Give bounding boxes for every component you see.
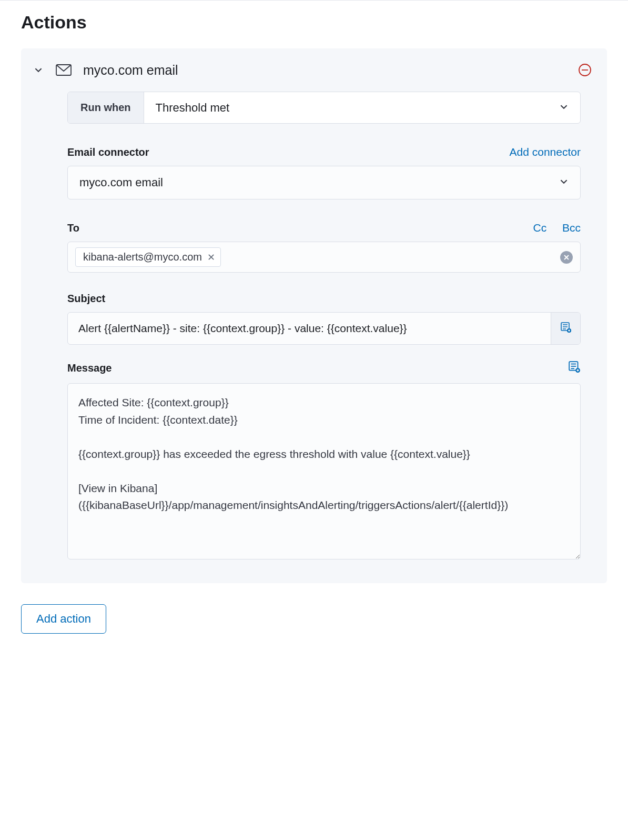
- subject-label: Subject: [67, 293, 105, 305]
- message-label: Message: [67, 362, 112, 374]
- message-head: Message: [67, 361, 581, 376]
- run-when-select[interactable]: Threshold met: [144, 92, 580, 123]
- run-when-value: Threshold met: [156, 101, 559, 115]
- to-label: To: [67, 222, 79, 234]
- variable-icon: [560, 322, 572, 336]
- to-combobox[interactable]: kibana-alerts@myco.com ✕: [67, 242, 581, 273]
- chevron-down-icon[interactable]: [33, 64, 44, 76]
- run-when-label: Run when: [68, 92, 144, 123]
- connector-value: myco.com email: [79, 176, 559, 189]
- run-when-group: Run when Threshold met: [67, 92, 581, 124]
- connector-head: Email connector Add connector: [67, 146, 581, 158]
- message-textarea[interactable]: [67, 383, 581, 559]
- action-accordion: myco.com email Run when Threshold met Em…: [21, 48, 607, 583]
- cc-link[interactable]: Cc: [533, 222, 546, 234]
- bcc-link[interactable]: Bcc: [562, 222, 581, 234]
- subject-group: [67, 312, 581, 345]
- remove-recipient-icon[interactable]: ✕: [207, 253, 215, 262]
- remove-action-icon[interactable]: [578, 63, 592, 77]
- subject-head: Subject: [67, 293, 581, 305]
- recipient-text: kibana-alerts@myco.com: [83, 251, 202, 263]
- insert-variable-button[interactable]: [551, 313, 580, 344]
- chevron-down-icon: [559, 102, 569, 114]
- variable-icon: [568, 361, 581, 376]
- recipient-pill: kibana-alerts@myco.com ✕: [75, 247, 221, 267]
- clear-all-icon[interactable]: [560, 251, 573, 264]
- section-title: Actions: [21, 12, 607, 33]
- accordion-header[interactable]: myco.com email: [21, 48, 607, 92]
- accordion-body: Run when Threshold met Email connector A…: [21, 92, 607, 583]
- connector-label: Email connector: [67, 146, 149, 158]
- insert-variable-button[interactable]: [568, 361, 581, 376]
- email-icon: [56, 62, 72, 78]
- add-connector-link[interactable]: Add connector: [510, 146, 581, 158]
- action-title: myco.com email: [83, 63, 566, 78]
- connector-select[interactable]: myco.com email: [67, 166, 581, 199]
- to-head: To Cc Bcc: [67, 222, 581, 234]
- add-action-button[interactable]: Add action: [21, 604, 106, 634]
- chevron-down-icon: [559, 176, 569, 189]
- subject-input[interactable]: [68, 313, 551, 344]
